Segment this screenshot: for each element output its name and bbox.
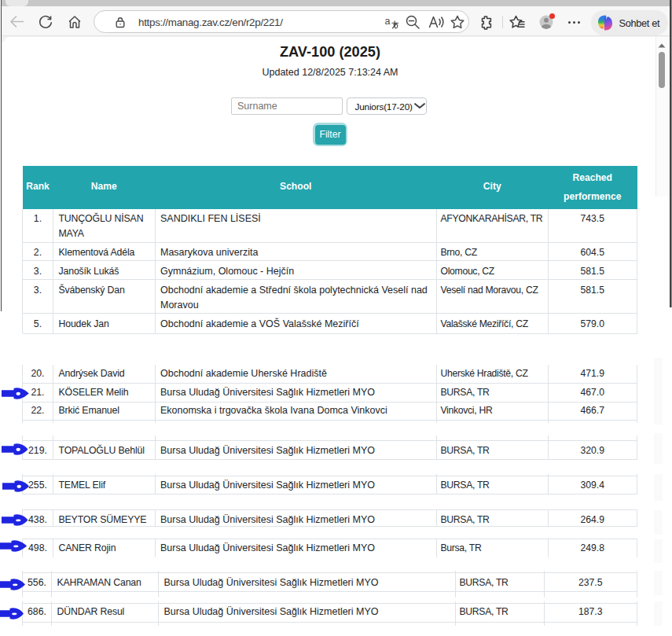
svg-text:a: a — [385, 16, 391, 27]
